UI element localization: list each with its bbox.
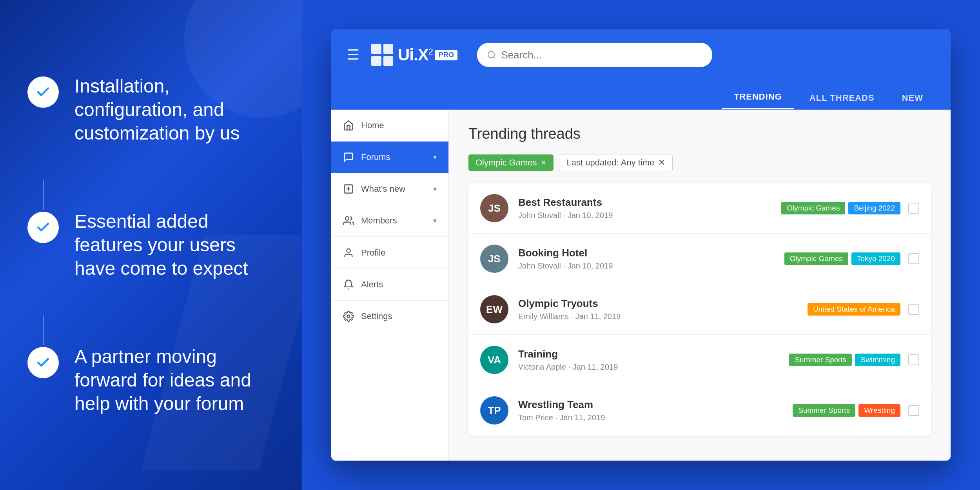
- thread-item[interactable]: JS Best Restaurants John Stovall · Jan 1…: [468, 183, 931, 234]
- chevron-forums-icon: ▾: [433, 153, 437, 162]
- chevron-whats-new-icon: ▾: [433, 185, 437, 193]
- thread-info: Training Victoria Apple · Jan 11, 2019: [518, 348, 789, 372]
- thread-tags: Olympic Games Beijing 2022: [781, 202, 900, 214]
- svg-point-0: [488, 51, 494, 58]
- svg-line-1: [494, 57, 495, 58]
- thread-list: JS Best Restaurants John Stovall · Jan 1…: [468, 183, 931, 436]
- sidebar-item-whats-new[interactable]: What's new ▾: [331, 173, 448, 205]
- page-title: Trending threads: [468, 125, 931, 142]
- thread-info: Wrestling Team Tom Price · Jan 11, 2019: [518, 399, 793, 422]
- tab-all-threads[interactable]: ALL THREADS: [798, 87, 886, 109]
- tag: Olympic Games: [781, 202, 845, 214]
- sidebar: Home Forums ▾ What's: [331, 110, 449, 461]
- sidebar-label-settings: Settings: [361, 311, 437, 321]
- settings-icon: [343, 311, 354, 322]
- forum-icon: [343, 152, 354, 163]
- right-panel: ☰ Ui.X2 PRO: [302, 0, 980, 490]
- search-input[interactable]: [501, 49, 702, 61]
- whats-new-icon: [343, 183, 354, 194]
- thread-title: Wrestling Team: [518, 399, 793, 411]
- tag: Tokyo 2020: [851, 252, 900, 265]
- thread-title: Training: [518, 348, 789, 360]
- tag: Wrestling: [858, 404, 900, 417]
- feature-item-2: Essential added features your users have…: [27, 210, 274, 280]
- tab-new[interactable]: NEW: [890, 87, 935, 109]
- connector-1: [43, 180, 44, 210]
- hamburger-button[interactable]: ☰: [347, 47, 359, 63]
- thread-info: Best Restaurants John Stovall · Jan 10, …: [518, 196, 781, 220]
- pro-badge: PRO: [435, 50, 457, 60]
- thread-title: Best Restaurants: [518, 196, 781, 209]
- feature-item-3: A partner moving forward for ideas and h…: [27, 345, 274, 416]
- tag: Swimming: [855, 354, 900, 366]
- thread-checkbox[interactable]: [908, 304, 919, 315]
- sidebar-item-members[interactable]: Members ▾: [331, 205, 448, 237]
- thread-item[interactable]: JS Booking Hotel John Stovall · Jan 10, …: [468, 234, 931, 284]
- thread-info: Booking Hotel John Stovall · Jan 10, 201…: [518, 247, 784, 270]
- tab-trending[interactable]: TRENDING: [722, 85, 794, 109]
- sidebar-item-alerts[interactable]: Alerts: [331, 269, 448, 301]
- sidebar-item-home[interactable]: Home: [331, 110, 448, 142]
- tag: Summer Sports: [793, 404, 855, 417]
- alerts-icon: [343, 279, 354, 290]
- filter-time-label: Last updated: Any time: [566, 158, 654, 168]
- svg-point-5: [345, 217, 349, 220]
- tag: Summer Sports: [789, 354, 852, 366]
- check-circle-3: [27, 347, 59, 378]
- thread-meta: Victoria Apple · Jan 11, 2019: [518, 363, 789, 372]
- nav-tabs: TRENDING ALL THREADS NEW: [331, 80, 951, 110]
- sidebar-label-home: Home: [361, 120, 437, 131]
- tag: Olympic Games: [784, 252, 848, 265]
- profile-icon: [343, 247, 354, 258]
- main-content: Home Forums ▾ What's: [331, 110, 951, 461]
- avatar: JS: [480, 194, 508, 222]
- thread-item[interactable]: VA Training Victoria Apple · Jan 11, 201…: [468, 335, 931, 385]
- thread-item[interactable]: TP Wrestling Team Tom Price · Jan 11, 20…: [468, 385, 931, 436]
- filter-time[interactable]: Last updated: Any time ✕: [559, 154, 673, 171]
- thread-checkbox[interactable]: [908, 203, 919, 214]
- thread-tags: Olympic Games Tokyo 2020: [784, 252, 900, 265]
- feature-text-1: Installation, configuration, and customi…: [74, 74, 274, 145]
- search-bar[interactable]: [477, 43, 712, 67]
- thread-item[interactable]: EW Olympic Tryouts Emily Williams · Jan …: [468, 284, 931, 335]
- thread-meta: John Stovall · Jan 10, 2019: [518, 211, 781, 220]
- forum-window: ☰ Ui.X2 PRO: [331, 29, 951, 461]
- thread-title: Booking Hotel: [518, 247, 784, 259]
- logo-text: Ui.X2: [398, 45, 433, 64]
- filter-remove-icon[interactable]: ✕: [541, 158, 546, 167]
- tag: Beijing 2022: [848, 202, 900, 214]
- top-bar: ☰ Ui.X2 PRO: [331, 29, 951, 80]
- connector-2: [43, 316, 44, 345]
- svg-point-6: [347, 249, 350, 252]
- members-icon: [343, 215, 354, 226]
- feature-text-2: Essential added features your users have…: [74, 210, 274, 280]
- thread-tags: United States of America: [808, 303, 900, 316]
- left-panel: Installation, configuration, and customi…: [0, 0, 302, 490]
- thread-tags: Summer Sports Wrestling: [793, 404, 900, 417]
- filter-time-remove-icon[interactable]: ✕: [658, 158, 665, 168]
- thread-checkbox[interactable]: [908, 253, 919, 264]
- sidebar-item-forums[interactable]: Forums ▾: [331, 142, 448, 173]
- thread-title: Olympic Tryouts: [518, 298, 808, 310]
- sidebar-item-settings[interactable]: Settings: [331, 301, 448, 332]
- avatar: EW: [480, 295, 508, 323]
- feature-item-1: Installation, configuration, and customi…: [27, 74, 274, 145]
- sidebar-item-profile[interactable]: Profile: [331, 237, 448, 269]
- thread-info: Olympic Tryouts Emily Williams · Jan 11,…: [518, 298, 808, 321]
- logo-area: Ui.X2 PRO: [371, 44, 457, 66]
- filter-label: Olympic Games: [475, 158, 537, 168]
- sidebar-label-forums: Forums: [361, 152, 433, 162]
- thread-tags: Summer Sports Swimming: [789, 354, 900, 366]
- thread-meta: Tom Price · Jan 11, 2019: [518, 413, 793, 422]
- thread-checkbox[interactable]: [908, 405, 919, 416]
- sidebar-label-whats-new: What's new: [361, 184, 433, 194]
- check-circle-2: [27, 212, 59, 243]
- sidebar-label-members: Members: [361, 216, 433, 226]
- sidebar-label-alerts: Alerts: [361, 279, 437, 290]
- sidebar-label-profile: Profile: [361, 248, 437, 258]
- avatar: VA: [480, 346, 508, 374]
- thread-checkbox[interactable]: [908, 354, 919, 365]
- avatar: JS: [480, 245, 508, 273]
- filter-olympic-games[interactable]: Olympic Games ✕: [468, 154, 554, 171]
- forum-main: Trending threads Olympic Games ✕ Last up…: [449, 110, 951, 461]
